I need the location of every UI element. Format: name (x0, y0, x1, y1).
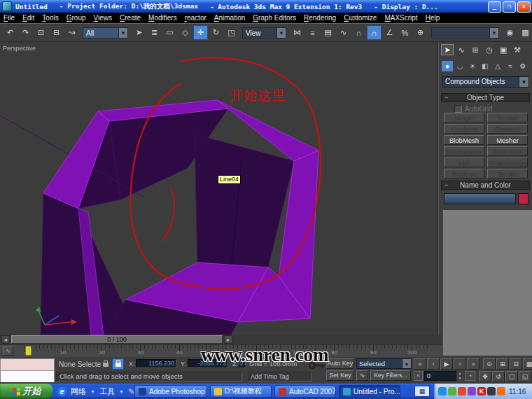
zoom-icon[interactable]: ⊙ (483, 358, 496, 370)
utilities-tab[interactable]: ⚒ (511, 44, 524, 55)
selection-lock-toggle[interactable] (112, 358, 124, 370)
percent-snap-icon[interactable]: % (398, 25, 412, 40)
time-slider[interactable]: 0 / 100 (11, 335, 223, 344)
go-to-end-button[interactable]: » (467, 358, 479, 370)
key-filters-button[interactable]: Key Filters... (370, 370, 411, 381)
menu-group[interactable]: Group (66, 14, 86, 22)
arc-rotate-icon[interactable]: ↺ (492, 371, 505, 382)
spacewarps-category[interactable]: ≈ (505, 61, 516, 71)
menu-customize[interactable]: Customize (344, 14, 377, 22)
render-setup-icon[interactable]: ▩ (518, 25, 532, 40)
next-frame-button[interactable]: › (454, 358, 466, 370)
pen-icon[interactable]: ✎ (128, 387, 134, 396)
tray-icon-flash[interactable] (497, 387, 505, 396)
auto-key-button[interactable]: Auto Key (326, 358, 354, 369)
viewport-canvas[interactable] (0, 42, 438, 335)
network-menu[interactable]: 网络 (71, 386, 86, 397)
play-button[interactable]: ▶ (440, 358, 453, 370)
task-ps[interactable]: Adobe Photoshop (134, 385, 207, 398)
menu-create[interactable]: Create (120, 14, 141, 22)
snap-toggle-3d-icon[interactable]: ∩ (367, 25, 382, 40)
lights-category[interactable]: ☀ (467, 61, 478, 71)
zoom-region-icon[interactable]: ▢ (505, 371, 518, 382)
menu-tools[interactable]: Tools (42, 14, 58, 22)
rect-selection-region-icon[interactable]: ▭ (162, 25, 177, 40)
mesher-button[interactable]: Mesher (487, 135, 528, 145)
tray-icon-qq[interactable] (458, 387, 466, 396)
previous-frame-button[interactable]: ‹ (427, 358, 440, 370)
keyboard-override-icon[interactable]: ⊕ (413, 25, 428, 40)
key-mode-icon[interactable]: ∿ (356, 370, 368, 381)
tray-icon-blue[interactable] (438, 387, 447, 396)
helpers-category[interactable]: △ (492, 61, 503, 71)
current-frame-field[interactable]: 0 (424, 371, 456, 381)
listener-script-row[interactable] (1, 371, 54, 382)
menu-modifiers[interactable]: Modifiers (148, 14, 177, 22)
select-and-link-icon[interactable]: ⊡ (34, 25, 48, 40)
tray-icon-purple[interactable] (468, 387, 476, 396)
select-object-icon[interactable]: ➤ (132, 25, 146, 40)
curve-editor-icon[interactable]: ∿ (336, 25, 351, 40)
systems-category[interactable]: ⚙ (517, 61, 528, 71)
menu-animation[interactable]: Animation (214, 14, 245, 22)
current-frame-marker[interactable] (25, 346, 31, 356)
zoom-extents-all-icon[interactable]: ▦ (523, 358, 532, 370)
task-folder[interactable]: D:\视频教程 (210, 385, 272, 398)
bind-to-spacewarp-icon[interactable]: ↝ (64, 25, 79, 40)
collapse-icon[interactable]: − (444, 94, 448, 102)
shapes-category[interactable]: ◡ (454, 61, 465, 71)
object-color-swatch[interactable] (518, 193, 528, 204)
close-button[interactable]: ✕ (517, 1, 531, 13)
tray-icon-green[interactable] (448, 387, 456, 396)
menu-file[interactable]: File (4, 14, 15, 22)
frame-spinner[interactable]: ▲▼ (457, 371, 463, 381)
set-key-button[interactable]: Set Key (326, 370, 354, 381)
mirror-icon[interactable]: ⋈ (290, 25, 304, 40)
menu-maxscript[interactable]: MAXScript (384, 14, 417, 22)
add-time-tag-field[interactable]: Add Time Tag (248, 372, 312, 382)
select-and-scale-icon[interactable]: ◳ (224, 25, 239, 40)
modify-tab[interactable]: ∿ (455, 44, 468, 55)
object-type-rollout[interactable]: − Object Type (441, 93, 530, 102)
tray-icon-dark[interactable] (487, 387, 496, 396)
selection-filter-dropdown[interactable]: All ▼ (83, 27, 128, 38)
menu-rendering[interactable]: Rendering (304, 14, 336, 22)
pan-view-icon[interactable]: ✥ (479, 371, 491, 382)
min-max-toggle-icon[interactable]: ◱ (519, 371, 531, 382)
blobmesh-button[interactable]: BlobMesh (444, 135, 484, 145)
zoom-extents-icon[interactable]: ⊡ (510, 358, 522, 370)
open-mini-curve-editor-button[interactable]: ∿ (3, 346, 13, 356)
chevron-down-icon[interactable]: ▼ (402, 358, 412, 369)
menu-help[interactable]: Help (426, 14, 440, 22)
display-tab[interactable]: ▣ (497, 44, 510, 55)
menu-views[interactable]: Views (94, 14, 113, 22)
redo-icon[interactable]: ↷ (18, 25, 33, 40)
cameras-category[interactable]: ◧ (479, 61, 491, 71)
reference-coordinate-dropdown[interactable]: View ▼ (242, 27, 286, 38)
time-configuration-button[interactable]: ◔ (465, 371, 475, 381)
align-icon[interactable]: ≡ (305, 25, 320, 40)
task-max[interactable]: Untitled - Pro... (339, 385, 400, 398)
frame-forward-arrow[interactable]: ► (224, 335, 232, 344)
tray-icon-k[interactable]: K (477, 387, 486, 396)
chevron-down-icon[interactable]: ▼ (490, 27, 499, 38)
title-bar[interactable]: Untitled - Project Folder: D:\我的文档\3dsma… (0, 0, 532, 13)
minimize-button[interactable]: _ (488, 1, 501, 13)
snap-toggle-2d-icon[interactable]: ∩ (351, 25, 366, 40)
select-and-rotate-icon[interactable]: ↻ (209, 25, 223, 40)
restore-button[interactable]: ❐ (503, 1, 516, 13)
start-button[interactable]: 开始 (0, 384, 53, 399)
subcategory-dropdown[interactable]: Compound Objects ▼ (442, 76, 529, 88)
key-mode-toggle-button[interactable]: « (414, 371, 423, 381)
create-tab[interactable]: ➤ (441, 44, 454, 55)
menu-graph-editors[interactable]: Graph Editors (253, 14, 296, 22)
chevron-down-icon[interactable]: ▼ (519, 76, 529, 88)
perspective-viewport[interactable]: Perspective (0, 42, 438, 335)
chevron-down-icon[interactable]: ▼ (119, 27, 128, 38)
go-to-start-button[interactable]: « (414, 358, 426, 370)
undo-icon[interactable]: ↶ (3, 25, 18, 40)
zoom-all-icon[interactable]: ⊞ (496, 358, 509, 370)
angle-snap-icon[interactable]: ∠ (382, 25, 397, 40)
layer-manager-icon[interactable]: ▤ (321, 25, 335, 40)
menu-edit[interactable]: Edit (22, 14, 34, 22)
